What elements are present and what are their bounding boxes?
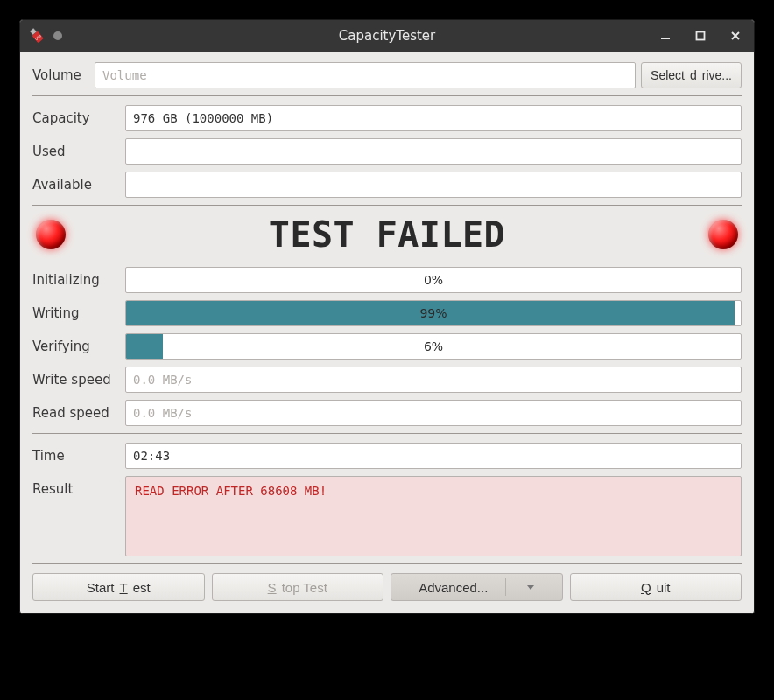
result-value: READ ERROR AFTER 68608 MB! [125,476,742,556]
separator [32,205,742,206]
maximize-button[interactable] [689,24,712,47]
stop-test-button: Stop Test [212,573,384,601]
main-window: USB CapacityTester Volume Select drive..… [19,19,755,614]
status-led-right [708,220,738,249]
verifying-label: Verifying [32,339,120,354]
capacity-label: Capacity [32,110,120,126]
status-text: TEST FAILED [269,214,505,255]
select-drive-button[interactable]: Select drive... [641,62,742,88]
available-label: Available [32,177,120,192]
separator [32,433,742,434]
status-led-left [36,220,66,249]
capacity-value: 976 GB (1000000 MB) [125,105,742,131]
read-speed-value: 0.0 MB/s [125,400,742,426]
pin-icon[interactable] [53,32,62,40]
writing-progress: 99% [125,300,742,326]
quit-button[interactable]: Quit [570,573,742,601]
close-button[interactable] [724,24,747,47]
advanced-button[interactable]: Advanced... [391,573,563,601]
minimize-button[interactable] [654,24,677,47]
available-value [125,172,742,198]
separator [505,578,506,596]
initializing-progress: 0% [125,267,742,293]
writing-label: Writing [32,305,120,321]
window-title: CapacityTester [20,28,754,44]
titlebar[interactable]: USB CapacityTester [20,20,754,52]
verifying-progress: 6% [125,333,742,360]
initializing-label: Initializing [32,272,120,288]
write-speed-value: 0.0 MB/s [125,367,742,393]
result-label: Result [32,476,120,497]
svg-rect-4 [697,32,705,40]
content-area: Volume Select drive... Capacity 976 GB (… [20,52,754,613]
write-speed-label: Write speed [32,372,120,388]
separator [32,564,742,564]
time-value: 02:43 [125,443,742,469]
chevron-down-icon [527,585,534,590]
status-row: TEST FAILED [32,214,742,255]
separator [32,95,742,96]
start-test-button[interactable]: Start Test [32,573,205,601]
volume-label: Volume [32,67,89,83]
read-speed-label: Read speed [32,405,120,421]
app-icon: USB [27,26,46,46]
used-label: Used [32,144,120,159]
volume-input[interactable] [95,62,636,88]
time-label: Time [32,448,120,464]
used-value [125,138,742,164]
